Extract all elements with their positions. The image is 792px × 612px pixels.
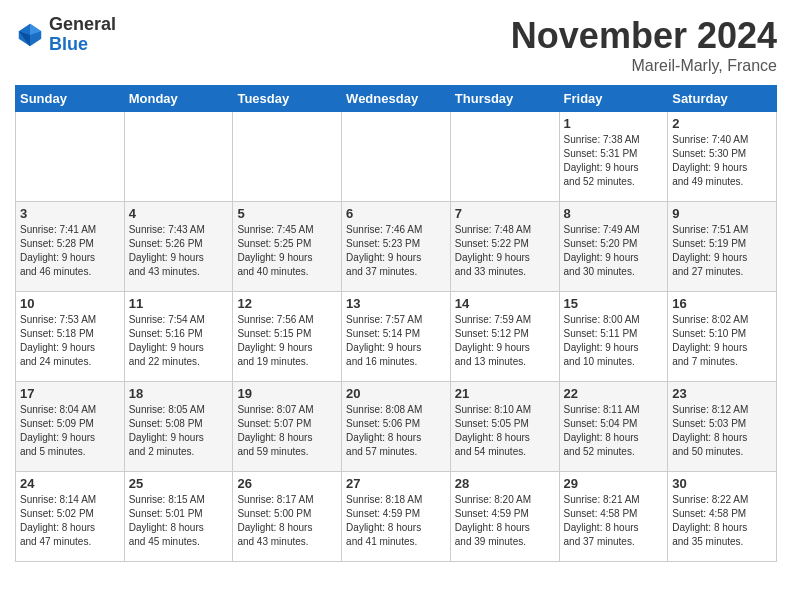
- calendar-day-cell: 30Sunrise: 8:22 AM Sunset: 4:58 PM Dayli…: [668, 472, 777, 562]
- day-number: 26: [237, 476, 337, 491]
- day-number: 13: [346, 296, 446, 311]
- calendar-day-cell: [342, 112, 451, 202]
- day-number: 6: [346, 206, 446, 221]
- day-of-week-header: Saturday: [668, 86, 777, 112]
- calendar-day-cell: 17Sunrise: 8:04 AM Sunset: 5:09 PM Dayli…: [16, 382, 125, 472]
- calendar-week-row: 1Sunrise: 7:38 AM Sunset: 5:31 PM Daylig…: [16, 112, 777, 202]
- day-info: Sunrise: 8:15 AM Sunset: 5:01 PM Dayligh…: [129, 493, 229, 549]
- day-info: Sunrise: 7:38 AM Sunset: 5:31 PM Dayligh…: [564, 133, 664, 189]
- day-of-week-header: Wednesday: [342, 86, 451, 112]
- calendar-day-cell: 12Sunrise: 7:56 AM Sunset: 5:15 PM Dayli…: [233, 292, 342, 382]
- logo-blue-text: Blue: [49, 35, 116, 55]
- day-info: Sunrise: 7:41 AM Sunset: 5:28 PM Dayligh…: [20, 223, 120, 279]
- calendar-day-cell: 16Sunrise: 8:02 AM Sunset: 5:10 PM Dayli…: [668, 292, 777, 382]
- day-number: 2: [672, 116, 772, 131]
- day-number: 29: [564, 476, 664, 491]
- day-of-week-header: Friday: [559, 86, 668, 112]
- calendar-day-cell: 9Sunrise: 7:51 AM Sunset: 5:19 PM Daylig…: [668, 202, 777, 292]
- calendar-day-cell: 18Sunrise: 8:05 AM Sunset: 5:08 PM Dayli…: [124, 382, 233, 472]
- day-info: Sunrise: 8:14 AM Sunset: 5:02 PM Dayligh…: [20, 493, 120, 549]
- day-of-week-header: Sunday: [16, 86, 125, 112]
- day-number: 24: [20, 476, 120, 491]
- day-info: Sunrise: 8:22 AM Sunset: 4:58 PM Dayligh…: [672, 493, 772, 549]
- day-info: Sunrise: 7:40 AM Sunset: 5:30 PM Dayligh…: [672, 133, 772, 189]
- day-number: 3: [20, 206, 120, 221]
- calendar-day-cell: 6Sunrise: 7:46 AM Sunset: 5:23 PM Daylig…: [342, 202, 451, 292]
- calendar-day-cell: 10Sunrise: 7:53 AM Sunset: 5:18 PM Dayli…: [16, 292, 125, 382]
- day-number: 21: [455, 386, 555, 401]
- day-info: Sunrise: 8:07 AM Sunset: 5:07 PM Dayligh…: [237, 403, 337, 459]
- location-title: Mareil-Marly, France: [511, 57, 777, 75]
- calendar-day-cell: 14Sunrise: 7:59 AM Sunset: 5:12 PM Dayli…: [450, 292, 559, 382]
- logo-general-text: General: [49, 15, 116, 35]
- calendar-week-row: 17Sunrise: 8:04 AM Sunset: 5:09 PM Dayli…: [16, 382, 777, 472]
- calendar-day-cell: 3Sunrise: 7:41 AM Sunset: 5:28 PM Daylig…: [16, 202, 125, 292]
- day-number: 12: [237, 296, 337, 311]
- day-number: 18: [129, 386, 229, 401]
- day-number: 15: [564, 296, 664, 311]
- day-number: 19: [237, 386, 337, 401]
- calendar-day-cell: 26Sunrise: 8:17 AM Sunset: 5:00 PM Dayli…: [233, 472, 342, 562]
- day-of-week-header: Thursday: [450, 86, 559, 112]
- calendar-day-cell: 24Sunrise: 8:14 AM Sunset: 5:02 PM Dayli…: [16, 472, 125, 562]
- day-info: Sunrise: 8:11 AM Sunset: 5:04 PM Dayligh…: [564, 403, 664, 459]
- calendar-day-cell: 20Sunrise: 8:08 AM Sunset: 5:06 PM Dayli…: [342, 382, 451, 472]
- title-area: November 2024 Mareil-Marly, France: [511, 15, 777, 75]
- day-of-week-header: Monday: [124, 86, 233, 112]
- calendar-day-cell: 13Sunrise: 7:57 AM Sunset: 5:14 PM Dayli…: [342, 292, 451, 382]
- day-info: Sunrise: 8:12 AM Sunset: 5:03 PM Dayligh…: [672, 403, 772, 459]
- day-info: Sunrise: 7:45 AM Sunset: 5:25 PM Dayligh…: [237, 223, 337, 279]
- day-number: 17: [20, 386, 120, 401]
- calendar-day-cell: 22Sunrise: 8:11 AM Sunset: 5:04 PM Dayli…: [559, 382, 668, 472]
- calendar-day-cell: 8Sunrise: 7:49 AM Sunset: 5:20 PM Daylig…: [559, 202, 668, 292]
- day-number: 10: [20, 296, 120, 311]
- day-of-week-header: Tuesday: [233, 86, 342, 112]
- day-info: Sunrise: 7:49 AM Sunset: 5:20 PM Dayligh…: [564, 223, 664, 279]
- calendar-day-cell: 11Sunrise: 7:54 AM Sunset: 5:16 PM Dayli…: [124, 292, 233, 382]
- day-number: 25: [129, 476, 229, 491]
- day-number: 22: [564, 386, 664, 401]
- logo: General Blue: [15, 15, 116, 55]
- header-row: SundayMondayTuesdayWednesdayThursdayFrid…: [16, 86, 777, 112]
- calendar-day-cell: 5Sunrise: 7:45 AM Sunset: 5:25 PM Daylig…: [233, 202, 342, 292]
- day-info: Sunrise: 7:43 AM Sunset: 5:26 PM Dayligh…: [129, 223, 229, 279]
- day-number: 9: [672, 206, 772, 221]
- day-info: Sunrise: 7:56 AM Sunset: 5:15 PM Dayligh…: [237, 313, 337, 369]
- day-info: Sunrise: 8:21 AM Sunset: 4:58 PM Dayligh…: [564, 493, 664, 549]
- day-info: Sunrise: 8:18 AM Sunset: 4:59 PM Dayligh…: [346, 493, 446, 549]
- calendar-day-cell: [233, 112, 342, 202]
- day-number: 7: [455, 206, 555, 221]
- calendar-day-cell: 28Sunrise: 8:20 AM Sunset: 4:59 PM Dayli…: [450, 472, 559, 562]
- day-number: 1: [564, 116, 664, 131]
- day-info: Sunrise: 8:04 AM Sunset: 5:09 PM Dayligh…: [20, 403, 120, 459]
- calendar-day-cell: 7Sunrise: 7:48 AM Sunset: 5:22 PM Daylig…: [450, 202, 559, 292]
- calendar-day-cell: 19Sunrise: 8:07 AM Sunset: 5:07 PM Dayli…: [233, 382, 342, 472]
- day-number: 8: [564, 206, 664, 221]
- day-info: Sunrise: 8:05 AM Sunset: 5:08 PM Dayligh…: [129, 403, 229, 459]
- calendar-day-cell: [450, 112, 559, 202]
- day-info: Sunrise: 7:59 AM Sunset: 5:12 PM Dayligh…: [455, 313, 555, 369]
- calendar-day-cell: [124, 112, 233, 202]
- day-number: 16: [672, 296, 772, 311]
- calendar-week-row: 24Sunrise: 8:14 AM Sunset: 5:02 PM Dayli…: [16, 472, 777, 562]
- calendar-week-row: 10Sunrise: 7:53 AM Sunset: 5:18 PM Dayli…: [16, 292, 777, 382]
- day-info: Sunrise: 8:02 AM Sunset: 5:10 PM Dayligh…: [672, 313, 772, 369]
- month-title: November 2024: [511, 15, 777, 57]
- calendar-day-cell: 4Sunrise: 7:43 AM Sunset: 5:26 PM Daylig…: [124, 202, 233, 292]
- day-number: 4: [129, 206, 229, 221]
- day-info: Sunrise: 8:10 AM Sunset: 5:05 PM Dayligh…: [455, 403, 555, 459]
- logo-icon: [15, 20, 45, 50]
- day-number: 5: [237, 206, 337, 221]
- calendar-day-cell: 1Sunrise: 7:38 AM Sunset: 5:31 PM Daylig…: [559, 112, 668, 202]
- calendar-day-cell: 21Sunrise: 8:10 AM Sunset: 5:05 PM Dayli…: [450, 382, 559, 472]
- calendar-day-cell: 15Sunrise: 8:00 AM Sunset: 5:11 PM Dayli…: [559, 292, 668, 382]
- page-header: General Blue November 2024 Mareil-Marly,…: [15, 15, 777, 75]
- calendar-day-cell: 25Sunrise: 8:15 AM Sunset: 5:01 PM Dayli…: [124, 472, 233, 562]
- day-info: Sunrise: 7:51 AM Sunset: 5:19 PM Dayligh…: [672, 223, 772, 279]
- day-number: 20: [346, 386, 446, 401]
- day-number: 28: [455, 476, 555, 491]
- calendar-week-row: 3Sunrise: 7:41 AM Sunset: 5:28 PM Daylig…: [16, 202, 777, 292]
- day-number: 27: [346, 476, 446, 491]
- day-info: Sunrise: 7:46 AM Sunset: 5:23 PM Dayligh…: [346, 223, 446, 279]
- calendar-day-cell: 29Sunrise: 8:21 AM Sunset: 4:58 PM Dayli…: [559, 472, 668, 562]
